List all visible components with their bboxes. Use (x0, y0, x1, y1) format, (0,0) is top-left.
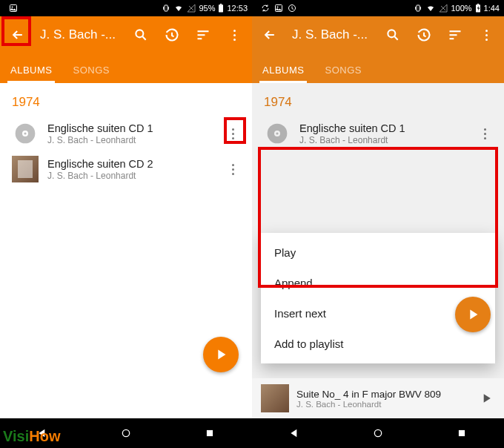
nav-recent-icon (457, 428, 467, 438)
arrow-back-icon (262, 27, 277, 42)
album-artist: J. S. Bach - Leonhardt (47, 171, 210, 181)
status-bar: 100% 1:44 (252, 0, 504, 16)
sort-button[interactable] (442, 22, 468, 48)
sort-button[interactable] (190, 22, 216, 48)
context-menu: Play Append Insert next Add to playlist (261, 233, 495, 363)
search-icon (385, 27, 400, 42)
history-button[interactable] (411, 22, 437, 48)
toolbar-title: J. S. Bach -... (36, 27, 123, 42)
search-button[interactable] (127, 22, 154, 48)
tab-bar: ALBUMS SONGS (252, 53, 504, 83)
fab-play-button[interactable] (203, 337, 239, 372)
album-more-button[interactable] (219, 156, 246, 182)
nav-recent-button[interactable] (443, 424, 480, 442)
clock-time: 12:53 (227, 4, 248, 13)
tab-albums[interactable]: ALBUMS (0, 65, 62, 83)
album-more-button[interactable] (219, 120, 246, 147)
notification-sync-icon (261, 4, 270, 13)
now-playing-title: Suite No_ 4 in F major BWV 809 (296, 389, 467, 400)
wifi-icon (173, 4, 184, 13)
more-vert-icon (485, 30, 488, 41)
album-row[interactable]: Englische suiten CD 2 J. S. Bach - Leonh… (0, 151, 252, 187)
wifi-icon (425, 4, 436, 13)
phone-right: 100% 1:44 J. S. Bach -... ALBUMS SONGS 1… (252, 0, 504, 448)
svg-rect-6 (198, 30, 209, 32)
now-playing-bar[interactable]: Suite No_ 4 in F major BWV 809 J. S. Bac… (252, 378, 504, 418)
more-vert-icon (233, 30, 236, 41)
vibrate-icon (162, 4, 170, 13)
album-artist: J. S. Bach - Leonhardt (299, 135, 462, 145)
menu-append[interactable]: Append (261, 268, 495, 298)
album-row[interactable]: Englische suiten CD 1 J. S. Bach - Leonh… (0, 116, 252, 151)
disc-icon (265, 122, 289, 145)
year-header: 1974 (0, 83, 252, 116)
watermark-visihow: VisiHow (3, 428, 60, 445)
album-art-placeholder (264, 120, 291, 147)
battery-percent: 95% (199, 4, 215, 13)
album-title: Englische suiten CD 1 (299, 122, 462, 134)
sort-icon (196, 27, 210, 42)
back-button[interactable] (256, 22, 283, 48)
vibrate-icon (414, 4, 422, 13)
nav-back-icon (288, 427, 300, 439)
album-info: Englische suiten CD 2 J. S. Bach - Leonh… (47, 158, 210, 181)
back-button[interactable] (4, 22, 31, 48)
nav-home-button[interactable] (107, 424, 145, 442)
svg-point-12 (122, 429, 129, 436)
album-more-button[interactable] (471, 120, 498, 147)
album-art-cover (12, 156, 39, 182)
play-icon (479, 391, 494, 406)
svg-rect-13 (207, 430, 213, 436)
menu-add-to-playlist[interactable]: Add to playlist (261, 329, 495, 359)
tab-albums[interactable]: ALBUMS (252, 65, 314, 83)
album-info: Englische suiten CD 1 J. S. Bach - Leonh… (299, 122, 462, 145)
play-icon (213, 346, 229, 363)
svg-rect-3 (219, 4, 223, 12)
battery-icon (218, 4, 224, 13)
clock-time: 1:44 (484, 4, 500, 13)
disc-icon (13, 122, 37, 145)
svg-point-20 (388, 30, 395, 37)
overflow-button[interactable] (221, 22, 248, 48)
toolbar: J. S. Bach -... (252, 16, 504, 53)
notification-update-icon (288, 4, 296, 13)
album-info: Englische suiten CD 1 J. S. Bach - Leonh… (47, 122, 210, 145)
now-playing-artist: J. S. Bach - Leonhardt (296, 400, 467, 409)
menu-play[interactable]: Play (261, 237, 495, 268)
nav-recent-button[interactable] (191, 424, 228, 442)
sort-icon (448, 27, 462, 42)
nav-home-button[interactable] (359, 424, 397, 442)
svg-rect-21 (450, 30, 461, 32)
more-vert-icon (484, 128, 486, 139)
album-row[interactable]: Englische suiten CD 1 J. S. Bach - Leonh… (252, 116, 504, 151)
toolbar-title: J. S. Bach -... (288, 27, 375, 42)
now-playing-art (261, 384, 289, 412)
notification-image-icon (274, 4, 283, 13)
now-playing-play-button[interactable] (474, 391, 498, 406)
watermark-visi: Visi (3, 428, 29, 445)
toolbar: J. S. Bach -... (0, 16, 252, 53)
search-icon (133, 27, 148, 42)
play-icon (465, 306, 481, 323)
tab-songs[interactable]: SONGS (314, 65, 371, 83)
nav-back-button[interactable] (276, 424, 313, 442)
album-art-placeholder (12, 120, 39, 147)
svg-point-27 (374, 429, 381, 436)
history-button[interactable] (159, 22, 185, 48)
search-button[interactable] (379, 22, 406, 48)
nav-bar (252, 418, 504, 448)
phone-left: 95% 12:53 J. S. Bach -... ALBUMS SONGS 1… (0, 0, 252, 448)
content-area: 1974 Englische suiten CD 1 J. S. Bach - … (0, 83, 252, 418)
svg-point-26 (276, 132, 278, 134)
year-header: 1974 (252, 83, 504, 116)
svg-point-5 (136, 30, 143, 37)
overflow-button[interactable] (473, 22, 500, 48)
svg-point-1 (12, 7, 13, 8)
history-icon (417, 27, 431, 42)
tab-songs[interactable]: SONGS (62, 65, 119, 83)
album-title: Englische suiten CD 2 (47, 158, 210, 170)
fab-play-button[interactable] (455, 297, 491, 332)
signal-none-icon (439, 4, 448, 13)
content-area: 1974 Englische suiten CD 1 J. S. Bach - … (252, 83, 504, 418)
nav-home-icon (372, 427, 384, 439)
